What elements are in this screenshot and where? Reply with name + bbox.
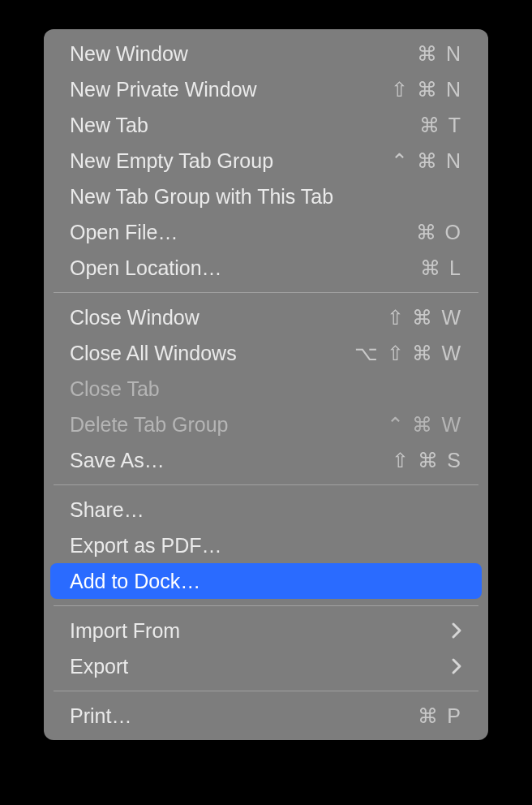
menu-item-shortcut: ⌘ T	[419, 114, 462, 137]
menu-item-delete-tab-group: Delete Tab Group⌃ ⌘ W	[50, 407, 482, 442]
menu-item-save-as[interactable]: Save As…⇧ ⌘ S	[50, 442, 482, 478]
menu-item-shortcut: ⌥ ⇧ ⌘ W	[354, 342, 462, 365]
menu-item-label: Close Window	[70, 306, 200, 329]
menu-item-shortcut: ⌘ O	[416, 221, 462, 244]
menu-item-label: New Private Window	[70, 78, 257, 101]
menu-item-export-as-pdf[interactable]: Export as PDF…	[50, 527, 482, 563]
menu-item-label: Close Tab	[70, 377, 160, 401]
menu-item-new-private-window[interactable]: New Private Window⇧ ⌘ N	[50, 71, 482, 107]
menu-item-label: New Tab Group with This Tab	[70, 185, 333, 209]
menu-item-label: Open File…	[70, 221, 178, 244]
menu-item-export[interactable]: Export	[50, 648, 482, 684]
menu-item-close-tab: Close Tab	[50, 371, 482, 407]
menu-item-shortcut: ⌘ N	[417, 42, 462, 66]
menu-item-label: Share…	[70, 498, 144, 522]
menu-item-import-from[interactable]: Import From	[50, 613, 482, 648]
menu-item-new-empty-tab-group[interactable]: New Empty Tab Group⌃ ⌘ N	[50, 143, 482, 179]
menu-item-label: Import From	[70, 619, 180, 643]
menu-item-open-file[interactable]: Open File…⌘ O	[50, 214, 482, 250]
menu-item-label: Close All Windows	[70, 342, 237, 365]
menu-item-shortcut: ⌘ P	[418, 704, 462, 728]
menu-item-label: Delete Tab Group	[70, 413, 229, 437]
menu-item-shortcut: ⇧ ⌘ N	[391, 78, 462, 101]
menu-item-shortcut: ⌃ ⌘ W	[387, 413, 463, 437]
menu-item-print[interactable]: Print…⌘ P	[50, 698, 482, 734]
menu-item-new-tab[interactable]: New Tab⌘ T	[50, 107, 482, 143]
menu-item-open-location[interactable]: Open Location…⌘ L	[50, 250, 482, 286]
menu-item-close-all-windows[interactable]: Close All Windows⌥ ⇧ ⌘ W	[50, 335, 482, 371]
menu-item-label: New Empty Tab Group	[70, 149, 273, 173]
menu-item-label: Export as PDF…	[70, 534, 222, 557]
menu-item-label: Export	[70, 655, 128, 678]
menu-item-add-to-dock[interactable]: Add to Dock…	[50, 563, 482, 599]
menu-item-new-tab-group-with-this-tab[interactable]: New Tab Group with This Tab	[50, 179, 482, 214]
chevron-right-icon	[451, 657, 462, 675]
menu-item-label: New Tab	[70, 114, 148, 137]
menu-item-label: Open Location…	[70, 256, 222, 280]
menu-item-label: Save As…	[70, 449, 165, 472]
menu-item-close-window[interactable]: Close Window⇧ ⌘ W	[50, 299, 482, 335]
menu-item-label: Print…	[70, 704, 131, 728]
menu-item-shortcut: ⇧ ⌘ S	[392, 449, 462, 472]
menu-separator	[54, 484, 478, 485]
menu-separator	[54, 691, 478, 691]
menu-item-shortcut: ⇧ ⌘ W	[387, 306, 463, 329]
menu-separator	[54, 292, 478, 293]
menu-item-label: New Window	[70, 42, 188, 66]
menu-item-label: Add to Dock…	[70, 570, 200, 593]
chevron-right-icon	[451, 622, 462, 639]
menu-item-share[interactable]: Share…	[50, 492, 482, 527]
file-menu: New Window⌘ NNew Private Window⇧ ⌘ NNew …	[44, 29, 488, 740]
menu-item-shortcut: ⌘ L	[420, 256, 462, 280]
menu-item-new-window[interactable]: New Window⌘ N	[50, 36, 482, 71]
menu-separator	[54, 605, 478, 606]
menu-item-shortcut: ⌃ ⌘ N	[391, 149, 462, 173]
